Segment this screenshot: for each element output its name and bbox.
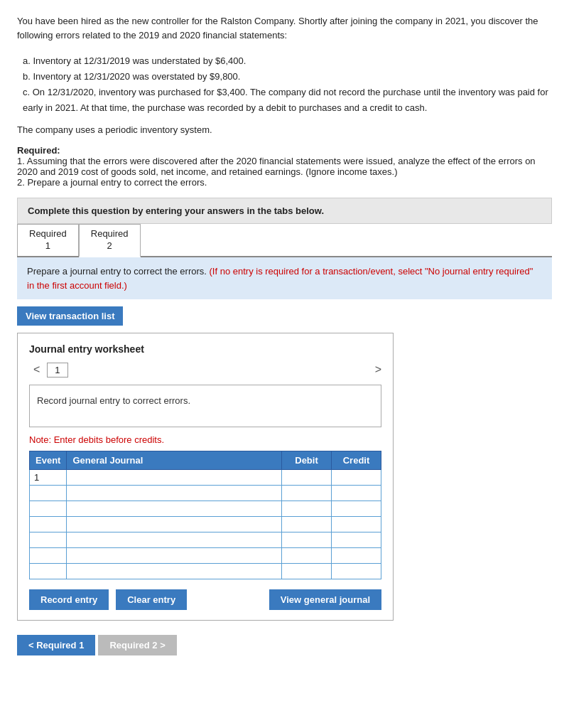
debit-cell-7[interactable] [282,564,332,579]
journal-table: Event General Journal Debit Credit 1 [29,451,381,579]
debit-cell-6[interactable] [282,548,332,564]
credit-input-4[interactable] [332,517,381,532]
gj-cell-5[interactable] [67,532,282,548]
credit-cell-5[interactable] [332,532,381,548]
gj-cell-1[interactable] [67,470,282,486]
gj-cell-7[interactable] [67,564,282,579]
table-row [30,532,381,548]
view-transaction-button[interactable]: View transaction list [17,306,123,326]
col-header-credit: Credit [332,451,381,470]
nav-left-arrow[interactable]: < [29,362,44,378]
table-row [30,564,381,579]
tab-required-1[interactable]: Required1 [17,224,79,256]
table-row [30,501,381,517]
view-general-journal-button[interactable]: View general journal [269,589,381,610]
required-1-text: 1. Assuming that the errors were discove… [17,156,552,177]
gj-input-1[interactable] [67,470,281,485]
debit-input-7[interactable] [282,564,331,579]
table-row: 1 [30,470,381,486]
debit-input-3[interactable] [282,501,331,516]
note-text: Note: Enter debits before credits. [29,434,381,445]
nav-row: < 1 > [29,362,381,378]
action-buttons-row: Record entry Clear entry View general jo… [29,589,381,610]
periodic-text: The company uses a periodic inventory sy… [17,124,552,135]
gj-input-3[interactable] [67,501,281,516]
credit-cell-1[interactable] [332,470,381,486]
bottom-navigation: < Required 1 Required 2 > [17,635,552,655]
complete-box: Complete this question by entering your … [17,198,552,224]
credit-cell-6[interactable] [332,548,381,564]
debit-cell-2[interactable] [282,486,332,501]
debit-input-2[interactable] [282,486,331,500]
nav-right-arrow[interactable]: > [375,363,381,376]
credit-cell-3[interactable] [332,501,381,517]
clear-entry-button[interactable]: Clear entry [116,589,187,610]
journal-title: Journal entry worksheet [29,343,381,355]
error-a: a. Inventory at 12/31/2019 was understat… [23,53,552,69]
table-row [30,548,381,564]
event-cell-6 [30,548,67,564]
gj-cell-4[interactable] [67,517,282,532]
required-2-text: 2. Prepare a journal entry to correct th… [17,177,552,188]
required-2-nav-button[interactable]: Required 2 > [98,635,176,655]
prepare-text-box: Prepare a journal entry to correct the e… [17,257,552,299]
credit-cell-7[interactable] [332,564,381,579]
error-c: c. On 12/31/2020, inventory was purchase… [23,85,552,116]
credit-input-3[interactable] [332,501,381,516]
debit-input-6[interactable] [282,548,331,563]
debit-input-5[interactable] [282,532,331,547]
gj-input-6[interactable] [67,548,281,563]
credit-cell-4[interactable] [332,517,381,532]
record-description-box: Record journal entry to correct errors. [29,385,381,427]
event-cell-4 [30,517,67,532]
record-entry-button[interactable]: Record entry [29,589,109,610]
credit-input-1[interactable] [332,470,381,485]
col-header-gj: General Journal [67,451,282,470]
debit-cell-1[interactable] [282,470,332,486]
prepare-text-red: (If no entry is required for a transacti… [27,266,533,291]
gj-input-2[interactable] [67,486,281,500]
debit-cell-5[interactable] [282,532,332,548]
event-cell-1: 1 [30,470,67,486]
debit-input-1[interactable] [282,470,331,485]
event-cell-3 [30,501,67,517]
credit-cell-2[interactable] [332,486,381,501]
tab-required-2[interactable]: Required2 [79,224,141,257]
journal-worksheet: Journal entry worksheet < 1 > Record jou… [17,333,394,621]
debit-cell-3[interactable] [282,501,332,517]
gj-input-5[interactable] [67,532,281,547]
credit-input-7[interactable] [332,564,381,579]
credit-input-2[interactable] [332,486,381,500]
required-section: Required: 1. Assuming that the errors we… [17,145,552,188]
gj-input-4[interactable] [67,517,281,532]
nav-page-num: 1 [47,363,67,378]
gj-input-7[interactable] [67,564,281,579]
debit-cell-4[interactable] [282,517,332,532]
table-row [30,517,381,532]
intro-paragraph: You have been hired as the new controlle… [17,14,552,42]
event-cell-2 [30,486,67,501]
debit-input-4[interactable] [282,517,331,532]
required-label: Required: [17,145,60,156]
event-cell-5 [30,532,67,548]
gj-cell-6[interactable] [67,548,282,564]
credit-input-5[interactable] [332,532,381,547]
col-header-event: Event [30,451,67,470]
credit-input-6[interactable] [332,548,381,563]
required-1-nav-button[interactable]: < Required 1 [17,635,95,655]
event-cell-7 [30,564,67,579]
table-row [30,486,381,501]
gj-cell-2[interactable] [67,486,282,501]
error-list: a. Inventory at 12/31/2019 was understat… [23,53,552,116]
tabs-row: Required1 Required2 [17,224,552,257]
gj-cell-3[interactable] [67,501,282,517]
error-b: b. Inventory at 12/31/2020 was overstate… [23,69,552,85]
col-header-debit: Debit [282,451,332,470]
